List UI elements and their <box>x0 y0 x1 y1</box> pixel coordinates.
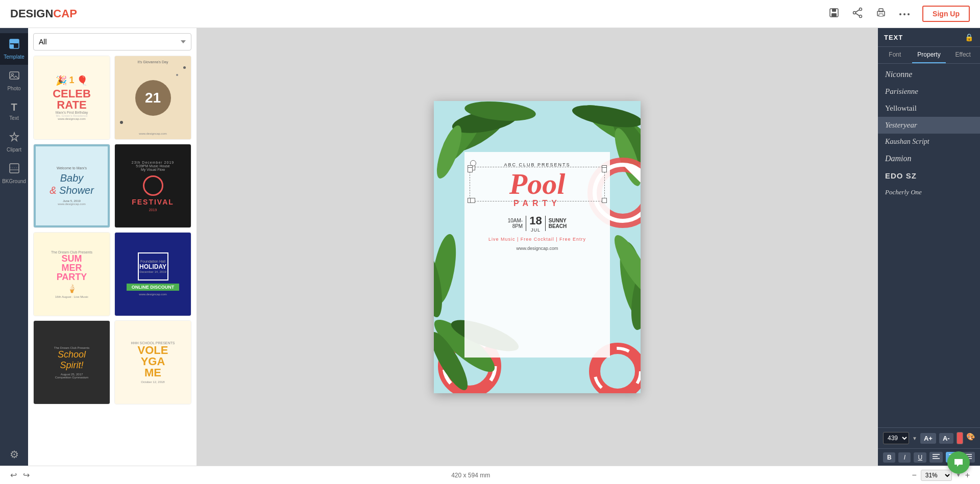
logo-design: DESIGN <box>10 7 53 20</box>
color-palette-icon[interactable]: 🎨 <box>966 432 975 444</box>
canvas-size-label: 420 x 594 mm <box>451 472 490 479</box>
poster-date: 18 JUL <box>529 214 542 233</box>
font-item-kaushan[interactable]: Kaushan Script <box>878 134 980 150</box>
chat-bubble[interactable] <box>947 451 970 474</box>
template-card-school[interactable]: The Dream Club Presents SchoolSpirit! Au… <box>33 320 110 404</box>
right-panel-header: TEXT 🔒 <box>878 28 980 47</box>
tab-font[interactable]: Font <box>878 47 912 63</box>
svg-rect-1 <box>832 9 836 12</box>
zoom-in-button[interactable]: + <box>965 471 970 480</box>
sidebar-item-settings[interactable]: ⚙ <box>0 443 28 466</box>
settings-icon: ⚙ <box>10 448 19 461</box>
festival-title: FESTIVAL <box>132 198 174 206</box>
print-icon[interactable] <box>875 7 887 21</box>
card21-number: 21 <box>145 90 161 106</box>
poster[interactable]: ABC CLUB PRESENTS Pool <box>434 101 641 393</box>
sidebar-label-photo: Photo <box>7 86 20 91</box>
underline-button[interactable]: U <box>914 452 926 463</box>
font-decrease-button[interactable]: A- <box>939 433 953 444</box>
svg-rect-10 <box>879 14 883 16</box>
save-icon[interactable] <box>828 7 840 21</box>
template-card-celebrate[interactable]: 🎉 1 🎈 CELEBRATE Marx's First Birthday Ms… <box>33 56 110 140</box>
poster-presents: ABC CLUB PRESENTS <box>504 162 570 167</box>
tab-property[interactable]: Property <box>912 47 946 63</box>
template-panel: All Birthday Party Holiday Sports 🎉 1 🎈 … <box>28 28 197 466</box>
top-actions: Sign Up <box>828 6 970 22</box>
font-item-edosz[interactable]: EDO SZ <box>878 167 980 184</box>
svg-line-6 <box>855 10 860 12</box>
svg-rect-16 <box>10 44 14 48</box>
font-size-row: 439 200 128 96 72 64 48 ▼ A+ A- 🎨 <box>878 427 980 448</box>
more-icon[interactable] <box>899 9 910 19</box>
holiday-title: HOLIDAY <box>139 263 166 270</box>
sidebar-item-photo[interactable]: Photo <box>0 65 28 96</box>
main-layout: Template Photo T Text Clipart BKGround <box>0 28 980 466</box>
svg-point-11 <box>899 13 901 15</box>
align-left-button[interactable] <box>929 452 943 463</box>
redo-button[interactable]: ↪ <box>23 470 30 480</box>
right-panel-tabs: Font Property Effect <box>878 47 980 64</box>
text-icon: T <box>11 101 17 113</box>
undo-button[interactable]: ↩ <box>10 470 17 480</box>
svg-point-12 <box>903 13 905 15</box>
svg-point-18 <box>11 73 13 75</box>
logo-cap: CAP <box>53 7 77 20</box>
topbar: DESIGNCAP Sign Up <box>0 0 980 28</box>
template-card-voley[interactable]: HHH SCHOOL PRESENTS VOLEYGAME October 12… <box>114 320 191 404</box>
right-panel: TEXT 🔒 Font Property Effect Niconne Pari… <box>878 28 980 466</box>
template-card-summer[interactable]: The Dream Club Presents SUMMERPARTY 🍦 16… <box>33 232 110 316</box>
font-item-yellowtail[interactable]: Yellowtail <box>878 100 980 117</box>
sidebar-item-clipart[interactable]: Clipart <box>0 126 28 158</box>
chevron-down-icon: ▼ <box>912 436 917 441</box>
template-card-baby[interactable]: Welcome to Marx's Baby& Shower June 5, 2… <box>33 144 110 228</box>
tab-effect[interactable]: Effect <box>946 47 980 63</box>
svg-point-4 <box>860 15 862 17</box>
poster-main-text[interactable]: Pool <box>472 169 602 199</box>
voley-title: VOLEYGAME <box>138 345 168 378</box>
bold-button[interactable]: B <box>883 452 895 463</box>
font-color-swatch[interactable] <box>957 432 963 444</box>
zoom-out-button[interactable]: − <box>912 471 916 480</box>
poster-location: SUNNY BEACH <box>549 218 567 229</box>
sidebar-item-bkground[interactable]: BKGround <box>0 158 28 189</box>
italic-button[interactable]: I <box>898 452 911 463</box>
sidebar-item-template[interactable]: Template <box>0 33 28 65</box>
celebrate-url: www.designcap.com <box>58 117 86 120</box>
sidebar-label-clipart: Clipart <box>7 147 21 152</box>
summer-title: SUMMERPARTY <box>57 254 87 282</box>
font-item-yesteryear[interactable]: Yesteryear <box>878 117 980 134</box>
sidebar-label-template: Template <box>4 54 24 60</box>
font-item-damion[interactable]: Damion <box>878 150 980 167</box>
svg-point-13 <box>908 13 910 15</box>
svg-rect-15 <box>10 39 19 43</box>
bottom-bar: ↩ ↪ 420 x 594 mm − 31% 50% 75% 100% ▼ + <box>0 466 980 484</box>
font-item-niconne[interactable]: Niconne <box>878 66 980 83</box>
poster-website: www.designcap.com <box>516 246 558 251</box>
right-panel-title: TEXT <box>884 34 903 41</box>
font-increase-button[interactable]: A+ <box>920 433 936 444</box>
share-icon[interactable] <box>852 7 863 21</box>
school-title: SchoolSpirit! <box>58 349 86 371</box>
photo-icon <box>9 70 20 84</box>
lock-icon[interactable]: 🔒 <box>965 33 974 41</box>
svg-point-5 <box>853 11 856 14</box>
font-size-select[interactable]: 439 200 128 96 72 64 48 <box>883 432 909 444</box>
canvas-area: ABC CLUB PRESENTS Pool <box>197 28 878 466</box>
sidebar-bottom: ⚙ <box>0 443 28 466</box>
category-filter[interactable]: All Birthday Party Holiday Sports <box>33 33 191 50</box>
template-card-21[interactable]: It's Giovanna's Day 21 www.designcap.com <box>114 56 191 140</box>
font-item-parisienne[interactable]: Parisienne <box>878 83 980 100</box>
svg-point-3 <box>860 8 862 10</box>
left-sidebar: Template Photo T Text Clipart BKGround <box>0 28 28 466</box>
clipart-icon <box>9 131 20 145</box>
undo-redo-group: ↩ ↪ <box>10 470 30 480</box>
poster-time-row: 10AM- 8PM 18 JUL SUNNY BEACH <box>508 214 567 233</box>
sidebar-item-text[interactable]: T Text <box>0 96 28 126</box>
poster-time: 10AM- 8PM <box>508 218 523 229</box>
zoom-select[interactable]: 31% 50% 75% 100% <box>921 470 952 481</box>
template-card-festival[interactable]: 23th December 2019 5:09PM Music House My… <box>114 144 191 228</box>
signup-button[interactable]: Sign Up <box>922 6 970 22</box>
filter-row: All Birthday Party Holiday Sports <box>33 33 191 50</box>
template-card-holiday[interactable]: Foundation Hall HOLIDAY December 14, 201… <box>114 232 191 316</box>
font-item-pocherly[interactable]: Pocherly One <box>878 184 980 200</box>
